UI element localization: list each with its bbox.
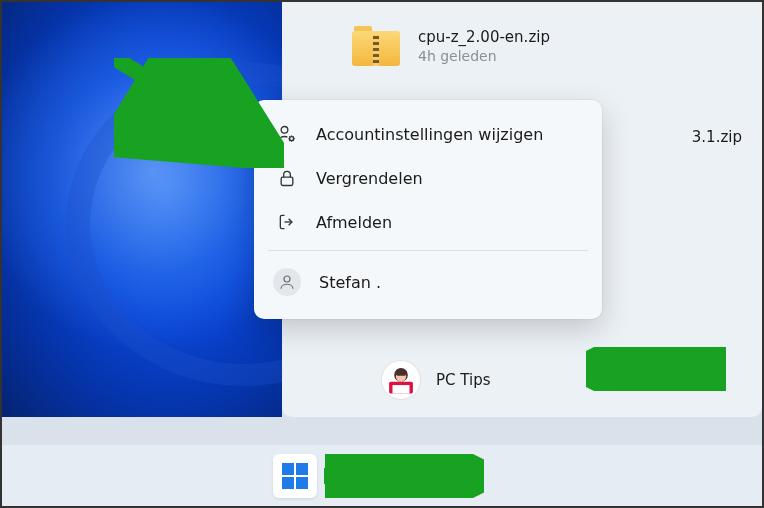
account-settings-label: Accountinstellingen wijzigen <box>316 125 543 144</box>
sign-out-label: Afmelden <box>316 213 392 232</box>
annotation-arrow <box>324 454 484 498</box>
account-settings-item[interactable]: Accountinstellingen wijzigen <box>254 112 602 156</box>
lock-icon <box>276 167 298 189</box>
user-account-menu: Accountinstellingen wijzigen Vergrendele… <box>254 100 602 319</box>
truncated-file-name: 3.1.zip <box>692 128 742 146</box>
zip-folder-icon <box>352 26 400 66</box>
user-placeholder-icon <box>273 268 301 296</box>
menu-divider <box>268 250 588 251</box>
recent-file-text: cpu-z_2.00-en.zip 4h geleden <box>418 28 550 64</box>
recent-file-name: cpu-z_2.00-en.zip <box>418 28 550 46</box>
sign-out-item[interactable]: Afmelden <box>254 200 602 244</box>
recent-file-time: 4h geleden <box>418 48 550 64</box>
other-user-item[interactable]: Stefan . <box>254 257 602 307</box>
current-user-name: PC Tips <box>436 371 491 389</box>
svg-rect-2 <box>281 177 293 185</box>
start-button[interactable] <box>273 454 317 498</box>
lock-label: Vergrendelen <box>316 169 423 188</box>
svg-point-3 <box>284 276 290 282</box>
svg-line-10 <box>114 58 262 148</box>
annotation-arrow <box>586 347 726 391</box>
lock-item[interactable]: Vergrendelen <box>254 156 602 200</box>
svg-rect-6 <box>393 385 410 394</box>
sign-out-icon <box>276 211 298 233</box>
windows-logo-icon <box>282 463 308 489</box>
recent-file-row[interactable]: cpu-z_2.00-en.zip 4h geleden <box>352 26 550 66</box>
annotation-arrow <box>114 58 284 168</box>
svg-rect-9 <box>396 370 406 376</box>
svg-point-1 <box>290 137 294 141</box>
current-user-button[interactable]: PC Tips <box>382 361 491 399</box>
other-user-label: Stefan . <box>319 273 381 292</box>
current-user-avatar <box>382 361 420 399</box>
